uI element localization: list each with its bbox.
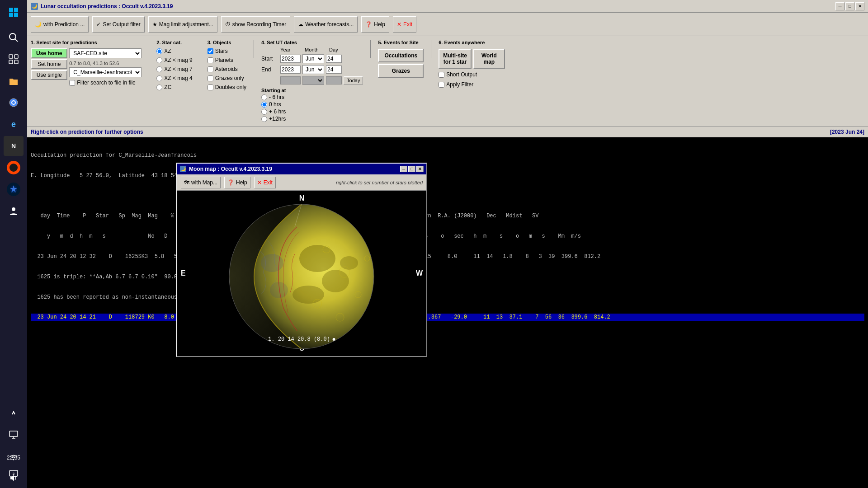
doubles-only-row: Doubles only bbox=[208, 84, 246, 90]
highlighted-line[interactable]: 23 Jun 24 20 14 21 D 118729 K0 8.0 7.5 3… bbox=[31, 314, 864, 321]
dialog-toolbar: 🗺 with Map... ❓ Help ✕ Exit right-click … bbox=[177, 174, 426, 191]
dialog-app-icon: 🌙 bbox=[180, 166, 186, 172]
xz-radio[interactable] bbox=[156, 48, 162, 54]
site-dropdown[interactable]: SAF-CED.site bbox=[69, 48, 142, 58]
start-label: Start bbox=[261, 56, 278, 62]
xz-mag9-radio[interactable] bbox=[156, 57, 162, 63]
occultations-button[interactable]: Occultations bbox=[378, 49, 424, 62]
edge-icon[interactable]: e bbox=[4, 114, 24, 134]
controls-panel: 1. Select site for predictions Use home … bbox=[27, 36, 868, 127]
close-button[interactable]: ✕ bbox=[855, 2, 864, 10]
objects-section: 3. Objects Stars Planets Asteroids Graze… bbox=[208, 40, 246, 123]
svg-point-14 bbox=[9, 164, 18, 172]
dialog-minimize-button[interactable]: ─ bbox=[400, 166, 407, 172]
plus6hrs-radio[interactable] bbox=[261, 109, 267, 115]
world-map-button[interactable]: Worldmap bbox=[473, 49, 505, 69]
set-output-filter-label: Set Output filter bbox=[103, 21, 140, 28]
asteroids-checkbox[interactable] bbox=[208, 66, 213, 72]
end-month-select[interactable]: Jun bbox=[302, 65, 324, 74]
start-year-input[interactable] bbox=[280, 55, 301, 63]
filter-search-label: Filter search to file in file bbox=[77, 80, 135, 86]
windows-start-button[interactable] bbox=[4, 2, 24, 22]
chrome-icon[interactable] bbox=[4, 93, 24, 113]
grazes-button[interactable]: Grazes bbox=[378, 64, 424, 78]
start-month-select[interactable]: Jun bbox=[302, 54, 324, 63]
set-output-filter-button[interactable]: ✓ Set Output filter bbox=[92, 16, 144, 33]
moon-canvas[interactable]: N S E W bbox=[177, 191, 426, 356]
site-range: 0.7 to 8.0, 41.3 to 52.6 bbox=[69, 61, 142, 66]
person-icon[interactable] bbox=[4, 201, 24, 221]
planets-checkbox[interactable] bbox=[208, 57, 213, 63]
xz-mag7-radio[interactable] bbox=[156, 66, 162, 72]
today-month-select[interactable] bbox=[302, 76, 324, 85]
xz-mag4-radio[interactable] bbox=[156, 75, 162, 81]
app-title: Lunar occultation predictions : Occult v… bbox=[41, 3, 835, 9]
location-dropdown[interactable]: C_Marseille-Jeanfrancoî bbox=[69, 67, 142, 77]
short-output-checkbox[interactable] bbox=[439, 72, 444, 78]
today-button[interactable]: Today bbox=[344, 76, 363, 84]
maximize-button[interactable]: □ bbox=[845, 2, 854, 10]
help-button[interactable]: ❓ Help bbox=[361, 16, 389, 33]
end-day-input[interactable] bbox=[326, 66, 342, 74]
site-btn-group: Use home Set home Use single bbox=[31, 48, 67, 87]
objects-options: Stars Planets Asteroids Grazes only Doub… bbox=[208, 47, 246, 91]
lon-lat-line: E. Longitude 5 27 56.0, Latitude 43 18 5… bbox=[31, 172, 864, 180]
set-home-button[interactable]: Set home bbox=[31, 59, 67, 69]
zero-hrs-row: 0 hrs bbox=[261, 101, 363, 108]
task-view-icon[interactable] bbox=[4, 49, 24, 69]
starting-at-label: Starting at bbox=[261, 88, 363, 93]
grazes-only-checkbox[interactable] bbox=[208, 75, 213, 81]
dialog-exit-button[interactable]: ✕ Exit bbox=[254, 177, 276, 188]
events-anywhere-section: 6. Events anywhere Multi-sitefor 1 star … bbox=[439, 40, 505, 123]
folder-icon[interactable] bbox=[4, 71, 24, 91]
with-prediction-button[interactable]: 🌙 with Prediction ... bbox=[31, 16, 89, 33]
minus6hrs-radio[interactable] bbox=[261, 94, 267, 100]
apply-filter-checkbox[interactable] bbox=[439, 82, 444, 88]
dialog-help-button[interactable]: ❓ Help bbox=[224, 177, 250, 188]
recording-timer-button[interactable]: ⏱ show Recording Timer bbox=[221, 16, 290, 33]
minimize-button[interactable]: ─ bbox=[835, 2, 844, 10]
dialog-title-bar: 🌙 Moon map : Occult v.4.2023.3.19 ─ □ ✕ bbox=[177, 164, 426, 174]
weather-forecasts-button[interactable]: ☁ Weather forecasts... bbox=[294, 16, 358, 33]
chevron-icon[interactable] bbox=[4, 403, 24, 423]
window-controls: ─ □ ✕ bbox=[835, 2, 864, 10]
stars-checkbox[interactable] bbox=[208, 48, 213, 54]
doubles-only-checkbox[interactable] bbox=[208, 84, 213, 90]
monitor-icon[interactable] bbox=[4, 425, 24, 445]
xz-radio-row: XZ bbox=[156, 48, 192, 54]
dialog-maximize-button[interactable]: □ bbox=[408, 166, 415, 172]
notepad-icon[interactable]: N bbox=[4, 136, 24, 156]
exit-button[interactable]: ✕ Exit bbox=[393, 16, 416, 33]
mag-limit-button[interactable]: ★ Mag limit adjustment... bbox=[148, 16, 217, 33]
start-day-input[interactable] bbox=[326, 55, 342, 63]
right-click-hint: right-click to set number of stars plott… bbox=[336, 180, 423, 185]
zc-radio[interactable] bbox=[156, 84, 162, 90]
star-dot bbox=[333, 338, 335, 341]
help-icon: ❓ bbox=[365, 21, 372, 28]
short-output-row: Short Output bbox=[439, 71, 505, 78]
west-label: W bbox=[416, 269, 423, 277]
with-map-button[interactable]: 🗺 with Map... bbox=[181, 177, 221, 188]
events-anywhere-label: 6. Events anywhere bbox=[439, 40, 505, 45]
use-single-button[interactable]: Use single bbox=[31, 70, 67, 80]
zero-hrs-radio[interactable] bbox=[261, 102, 267, 108]
multi-site-button[interactable]: Multi-sitefor 1 star bbox=[439, 49, 472, 69]
timer-icon: ⏱ bbox=[225, 21, 231, 28]
dialog-close-button[interactable]: ✕ bbox=[416, 166, 424, 172]
north-label: N bbox=[299, 194, 305, 202]
today-year-input[interactable] bbox=[280, 76, 301, 84]
events-site-section: 5. Events for Site Occultations Grazes bbox=[378, 40, 424, 123]
plus12hrs-radio[interactable] bbox=[261, 116, 267, 122]
today-day-input[interactable] bbox=[326, 76, 342, 84]
filter-search-checkbox[interactable] bbox=[69, 80, 75, 86]
use-home-button[interactable]: Use home bbox=[31, 48, 67, 58]
grazes-only-row: Grazes only bbox=[208, 75, 246, 81]
end-year-input[interactable] bbox=[280, 66, 301, 74]
recording-timer-label: show Recording Timer bbox=[232, 21, 286, 28]
status-bar: Right-click on prediction for further op… bbox=[27, 127, 868, 137]
occult-icon[interactable] bbox=[4, 158, 24, 178]
xz-mag9-row: XZ < mag 9 bbox=[156, 57, 192, 63]
chat-icon[interactable]: 2 bbox=[4, 465, 24, 484]
search-icon[interactable] bbox=[4, 28, 24, 47]
stellarium-icon[interactable] bbox=[4, 179, 24, 199]
